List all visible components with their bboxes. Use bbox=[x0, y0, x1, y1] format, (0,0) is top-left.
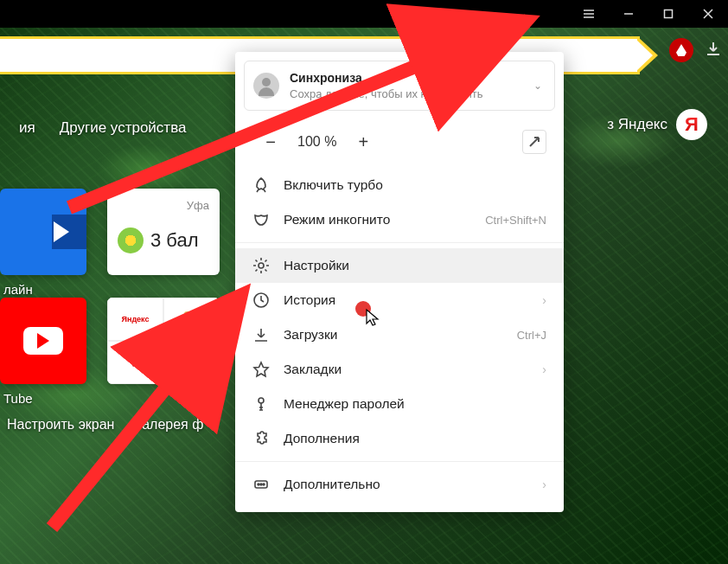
zoom-value: 100 % bbox=[297, 134, 336, 150]
sync-card[interactable]: Синхрониза Сохра данные, чтобы их не пот… bbox=[244, 61, 555, 111]
sync-text: Синхрониза Сохра данные, чтобы их не пот… bbox=[290, 70, 523, 101]
menu-label: Загрузки bbox=[284, 327, 503, 343]
svg-point-3 bbox=[259, 398, 264, 403]
svg-point-1 bbox=[259, 263, 264, 268]
bottom-actions: Настроить экран Галерея ф bbox=[7, 417, 203, 433]
menu-label: Включить турбо bbox=[284, 177, 546, 193]
svg-point-5 bbox=[258, 484, 259, 485]
downloads-icon[interactable] bbox=[706, 41, 721, 60]
svg-point-7 bbox=[263, 484, 265, 485]
menu-item-history[interactable]: История › bbox=[235, 283, 564, 317]
tile-weather[interactable]: Уфа 3 бал bbox=[107, 189, 220, 275]
chevron-right-icon: › bbox=[542, 362, 546, 376]
menu-item-bookmarks[interactable]: Закладки › bbox=[235, 352, 564, 387]
rocket-icon bbox=[252, 176, 270, 194]
tile-youtube[interactable] bbox=[0, 298, 86, 384]
gallery-link[interactable]: Галерея ф bbox=[135, 417, 203, 433]
tile-folder[interactable]: Яндекс ✿ bbox=[107, 298, 220, 384]
menu-label: Менеджер паролей bbox=[284, 396, 546, 412]
menu-separator bbox=[235, 461, 564, 462]
key-icon bbox=[252, 395, 270, 413]
weather-icon bbox=[118, 228, 144, 253]
mask-icon bbox=[252, 211, 270, 228]
cursor-icon bbox=[365, 308, 382, 332]
menu-label: Дополнительно bbox=[284, 477, 528, 492]
menu-label: Режим инкогнито bbox=[284, 212, 471, 228]
svg-point-6 bbox=[260, 484, 262, 485]
menu-item-passwords[interactable]: Менеджер паролей bbox=[235, 387, 564, 421]
gear-icon bbox=[252, 257, 270, 274]
menu-label: История bbox=[284, 292, 528, 308]
zoom-out-button[interactable]: − bbox=[261, 132, 280, 152]
nav-item-left-fragment[interactable]: ия bbox=[7, 114, 48, 142]
chevron-right-icon: › bbox=[542, 477, 546, 491]
menu-item-settings[interactable]: Настройки bbox=[235, 248, 564, 283]
weather-city: Уфа bbox=[118, 199, 209, 212]
menu-shortcut: Ctrl+J bbox=[517, 329, 546, 342]
close-button[interactable] bbox=[688, 0, 728, 28]
fullscreen-button[interactable] bbox=[522, 130, 546, 154]
zoom-in-button[interactable]: + bbox=[354, 132, 373, 152]
clock-icon bbox=[252, 292, 270, 309]
sync-title: Синхрониза bbox=[290, 70, 523, 87]
menu-item-incognito[interactable]: Режим инкогнито Ctrl+Shift+N bbox=[235, 202, 564, 237]
yandex-link-fragment[interactable]: з Яндекс bbox=[607, 116, 667, 133]
hamburger-menu-button[interactable] bbox=[569, 0, 609, 28]
menu-item-extensions[interactable]: Дополнения bbox=[235, 421, 564, 456]
sync-subtitle: Сохра данные, чтобы их не потерять bbox=[290, 87, 523, 102]
main-menu-dropdown: Синхрониза Сохра данные, чтобы их не пот… bbox=[235, 52, 564, 512]
tile-blue[interactable] bbox=[0, 189, 86, 275]
download-icon bbox=[252, 326, 270, 343]
more-icon bbox=[252, 476, 270, 493]
tile-label-youtube: Tube bbox=[3, 391, 33, 406]
avatar-icon bbox=[253, 73, 279, 99]
tile-label-online: лайн bbox=[3, 282, 33, 297]
adblock-icon[interactable] bbox=[669, 38, 693, 62]
yandex-logo-icon[interactable]: Я bbox=[676, 109, 707, 140]
menu-separator bbox=[235, 242, 564, 243]
menu-label: Настройки bbox=[284, 258, 546, 273]
maximize-button[interactable] bbox=[648, 0, 688, 28]
svg-rect-0 bbox=[665, 10, 673, 18]
star-icon bbox=[252, 361, 270, 378]
nav-item-other-devices[interactable]: Другие устройства bbox=[48, 114, 199, 142]
menu-shortcut: Ctrl+Shift+N bbox=[485, 214, 546, 227]
zoom-row: − 100 % + bbox=[235, 119, 564, 168]
menu-item-downloads[interactable]: Загрузки Ctrl+J bbox=[235, 317, 564, 352]
chevron-right-icon: › bbox=[542, 293, 546, 307]
chevron-down-icon: ⌄ bbox=[533, 80, 542, 92]
menu-label: Закладки bbox=[284, 362, 528, 377]
menu-item-more[interactable]: Дополнительно › bbox=[235, 467, 564, 502]
window-titlebar bbox=[0, 0, 728, 28]
configure-screen-link[interactable]: Настроить экран bbox=[7, 417, 114, 433]
weather-text: 3 бал bbox=[150, 229, 199, 252]
puzzle-icon bbox=[252, 430, 270, 447]
menu-item-turbo[interactable]: Включить турбо bbox=[235, 168, 564, 202]
menu-label: Дополнения bbox=[284, 431, 546, 446]
minimize-button[interactable] bbox=[609, 0, 648, 28]
